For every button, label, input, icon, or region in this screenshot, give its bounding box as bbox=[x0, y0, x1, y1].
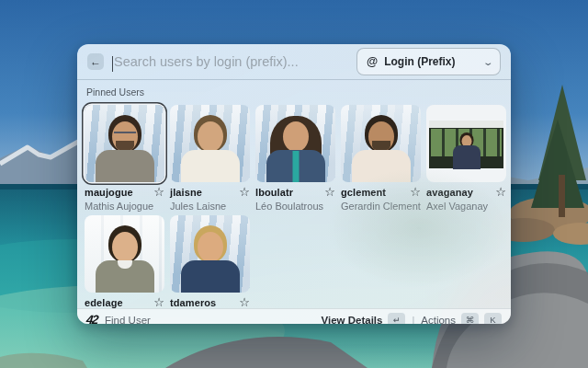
user-name-row: edelage ☆ bbox=[85, 296, 164, 308]
view-details-button[interactable]: View Details ↵ bbox=[322, 313, 406, 324]
user-name-row: maujogue ☆ bbox=[85, 186, 164, 198]
pin-star-icon[interactable]: ☆ bbox=[153, 296, 164, 308]
user-fullname: Mathis Aujogue bbox=[85, 201, 164, 212]
user-login: edelage bbox=[85, 297, 123, 308]
avatar-shirt bbox=[96, 150, 154, 182]
user-photo bbox=[341, 105, 421, 182]
avatar-face bbox=[112, 232, 138, 262]
user-card[interactable]: gclement ☆ Gerardin Clement bbox=[341, 105, 421, 212]
user-login: maujogue bbox=[85, 187, 133, 198]
avatar-shirt bbox=[352, 150, 411, 182]
avatar-zipper bbox=[292, 151, 299, 182]
user-name-row: gclement ☆ bbox=[341, 186, 421, 198]
back-arrow-icon: ← bbox=[90, 56, 101, 67]
user-card[interactable]: jlaisne ☆ Jules Laisne bbox=[170, 105, 250, 212]
user-fullname: Axel Vaganay bbox=[426, 201, 506, 212]
user-card[interactable]: lboulatr ☆ Léo Boulatrous bbox=[255, 105, 335, 212]
avatar-shirt bbox=[181, 150, 240, 182]
logo-42: 42 bbox=[85, 313, 98, 324]
pin-star-icon[interactable]: ☆ bbox=[239, 296, 250, 308]
app-name: Find User bbox=[105, 315, 151, 325]
search-field-wrap bbox=[112, 54, 348, 69]
user-name-row: lboulatr ☆ bbox=[255, 186, 335, 198]
pinned-users-label: Pinned Users bbox=[86, 86, 503, 98]
user-login: tdameros bbox=[170, 297, 216, 308]
user-fullname: Léo Boulatrous bbox=[255, 201, 335, 212]
user-login: lboulatr bbox=[255, 187, 293, 198]
footer-divider: | bbox=[412, 315, 414, 325]
return-key-icon: ↵ bbox=[388, 313, 405, 324]
search-bar: ← @ Login (Prefix) ⌄ bbox=[77, 44, 511, 79]
user-name-row: avaganay ☆ bbox=[426, 186, 506, 198]
avatar-face bbox=[283, 121, 309, 152]
user-card[interactable]: maujogue ☆ Mathis Aujogue bbox=[85, 105, 164, 212]
user-photo bbox=[426, 105, 506, 182]
user-photo bbox=[170, 215, 250, 293]
user-photo bbox=[170, 105, 250, 182]
footer-actions: View Details ↵ | Actions ⌘ K bbox=[322, 313, 502, 324]
at-icon: @ bbox=[367, 55, 378, 68]
user-grid: maujogue ☆ Mathis Aujogue jlaisne ☆ Jule… bbox=[85, 105, 503, 308]
user-card[interactable]: edelage ☆ bbox=[85, 215, 164, 308]
avatar-face bbox=[198, 121, 223, 152]
user-login: gclement bbox=[341, 187, 386, 198]
results-area: Pinned Users maujogue ☆ Mathis Aujogue bbox=[77, 80, 511, 308]
user-photo bbox=[85, 105, 164, 182]
pin-star-icon[interactable]: ☆ bbox=[324, 186, 335, 198]
user-photo bbox=[255, 105, 335, 182]
search-mode-dropdown[interactable]: @ Login (Prefix) ⌄ bbox=[356, 48, 501, 75]
pin-star-icon[interactable]: ☆ bbox=[153, 186, 164, 198]
pin-star-icon[interactable]: ☆ bbox=[495, 186, 506, 198]
avatar-shirt bbox=[181, 260, 240, 293]
view-details-label: View Details bbox=[322, 315, 383, 325]
desktop: ← @ Login (Prefix) ⌄ Pinned Users bbox=[0, 0, 588, 368]
avatar-shirt bbox=[453, 145, 481, 169]
user-fullname: Gerardin Clement bbox=[341, 201, 421, 212]
user-fullname: Jules Laisne bbox=[170, 201, 250, 212]
chevron-down-icon: ⌄ bbox=[482, 57, 494, 67]
back-button[interactable]: ← bbox=[87, 53, 104, 70]
pin-star-icon[interactable]: ☆ bbox=[410, 186, 421, 198]
actions-label: Actions bbox=[421, 315, 456, 325]
search-input[interactable] bbox=[112, 54, 348, 69]
avatar-face bbox=[198, 232, 223, 262]
search-mode-label: Login (Prefix) bbox=[384, 55, 455, 68]
user-name-row: jlaisne ☆ bbox=[170, 186, 250, 198]
k-key-icon: K bbox=[484, 313, 502, 324]
user-card[interactable]: avaganay ☆ Axel Vaganay bbox=[426, 105, 506, 212]
avatar-glasses bbox=[114, 132, 136, 138]
footer-bar: 42 Find User View Details ↵ | Actions ⌘ … bbox=[77, 308, 511, 324]
user-card[interactable]: tdameros ☆ bbox=[170, 215, 250, 308]
user-login: avaganay bbox=[426, 187, 473, 198]
user-photo bbox=[85, 215, 164, 293]
command-key-icon: ⌘ bbox=[461, 313, 479, 324]
actions-button[interactable]: Actions ⌘ K bbox=[421, 313, 502, 324]
text-caret bbox=[112, 56, 113, 72]
find-user-window: ← @ Login (Prefix) ⌄ Pinned Users bbox=[77, 44, 511, 324]
pin-star-icon[interactable]: ☆ bbox=[239, 186, 250, 198]
user-name-row: tdameros ☆ bbox=[170, 296, 250, 308]
user-login: jlaisne bbox=[170, 187, 202, 198]
